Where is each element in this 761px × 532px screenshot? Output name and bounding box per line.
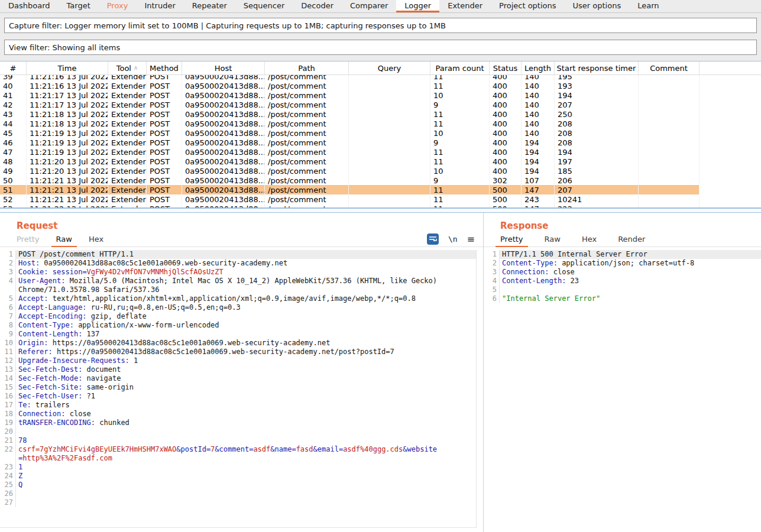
col-header-status[interactable]: Status xyxy=(490,61,522,74)
line-number: 16 xyxy=(0,392,15,401)
line-number: 24 xyxy=(0,472,15,481)
table-row-42[interactable]: 4211:21:17 13 Jul 2022ExtenderPOST0a9500… xyxy=(0,100,700,109)
request-editor[interactable]: 1POST /post/comment HTTP/1.12Host: 0a950… xyxy=(0,250,477,528)
table-row-53[interactable]: 5311:21:22 13 Jul 2022ExtenderPOST0a9500… xyxy=(0,204,700,207)
table-row-47[interactable]: 4711:21:19 13 Jul 2022ExtenderPOST0a9500… xyxy=(0,147,700,157)
line-number: 8 xyxy=(0,321,15,330)
tab-sequencer[interactable]: Sequencer xyxy=(235,0,293,12)
col-header-tool[interactable]: Tool∧ xyxy=(108,61,147,74)
newline-toggle-icon[interactable]: \n xyxy=(448,235,458,244)
table-row-46[interactable]: 4611:21:19 13 Jul 2022ExtenderPOST0a9500… xyxy=(0,138,700,147)
col-header-num[interactable]: # xyxy=(0,61,27,74)
tab-target[interactable]: Target xyxy=(59,0,99,12)
tab-comparer[interactable]: Comparer xyxy=(342,0,396,12)
cell-start-response-timer: 194 xyxy=(555,147,639,157)
line-number: 9 xyxy=(0,330,15,339)
cell-num: 47 xyxy=(0,147,27,157)
col-header-length[interactable]: Length xyxy=(522,61,555,74)
cell-length: 147 xyxy=(522,204,555,207)
tab-raw[interactable]: Raw xyxy=(540,233,565,247)
tab-project-options[interactable]: Project options xyxy=(491,0,565,12)
cell-path: /post/comment xyxy=(265,100,349,109)
table-row-40[interactable]: 4011:21:16 13 Jul 2022ExtenderPOST0a9500… xyxy=(0,81,700,90)
code-line: 17Te: trailers xyxy=(0,401,476,410)
tab-pretty[interactable]: Pretty xyxy=(496,233,528,247)
cell-param-count: 11 xyxy=(430,119,490,128)
cell-tool: Extender xyxy=(108,176,147,185)
table-row-51[interactable]: 5111:21:21 13 Jul 2022ExtenderPOST0a9500… xyxy=(0,185,700,194)
view-filter-text: View filter: Showing all items xyxy=(9,43,120,52)
cell-length: 140 xyxy=(522,81,555,90)
table-row-49[interactable]: 4911:21:20 13 Jul 2022ExtenderPOST0a9500… xyxy=(0,166,700,176)
cell-status: 400 xyxy=(490,81,522,90)
cell-comment xyxy=(639,100,700,109)
col-header-host[interactable]: Host xyxy=(182,61,265,74)
split-divider[interactable] xyxy=(0,208,761,213)
cell-length: 147 xyxy=(522,185,555,194)
tab-logger[interactable]: Logger xyxy=(396,0,439,12)
editor-menu-icon[interactable]: ≡ xyxy=(467,233,475,245)
cell-path: /post/comment xyxy=(265,166,349,176)
tab-dashboard[interactable]: Dashboard xyxy=(0,0,59,12)
tab-extender[interactable]: Extender xyxy=(439,0,491,12)
cell-method: POST xyxy=(147,109,182,119)
cell-method: POST xyxy=(147,147,182,157)
col-header-start-response-timer[interactable]: Start response timer xyxy=(555,61,639,74)
line-content: csrf=7gYzhMCiFvi4gBEyUEEk7HmHSHM7xWAO&po… xyxy=(15,445,476,463)
col-header-filler xyxy=(700,61,761,74)
table-row-44[interactable]: 4411:21:18 13 Jul 2022ExtenderPOST0a9500… xyxy=(0,119,700,128)
cell-time: 11:21:21 13 Jul 2022 xyxy=(27,194,108,204)
tab-learn[interactable]: Learn xyxy=(629,0,667,12)
code-line: 16Sec-Fetch-User: ?1 xyxy=(0,392,476,401)
col-label: Param count xyxy=(435,64,484,73)
col-header-method[interactable]: Method xyxy=(147,61,182,74)
cell-query xyxy=(349,81,430,90)
tab-pretty[interactable]: Pretty xyxy=(12,233,44,247)
tab-raw[interactable]: Raw xyxy=(51,233,77,247)
cell-tool: Extender xyxy=(108,204,147,207)
line-number: 17 xyxy=(0,401,15,410)
tab-hex[interactable]: Hex xyxy=(577,233,601,247)
table-row-43[interactable]: 4311:21:18 13 Jul 2022ExtenderPOST0a9500… xyxy=(0,109,700,119)
cell-num: 43 xyxy=(0,109,27,119)
col-label: Start response timer xyxy=(557,64,636,73)
code-line: 4Content-Length: 23 xyxy=(484,277,761,286)
message-editors: Request PrettyRawHex \n ≡ 1POST /post/co… xyxy=(0,213,761,532)
tab-hex[interactable]: Hex xyxy=(84,233,108,247)
table-row-45[interactable]: 4511:21:19 13 Jul 2022ExtenderPOST0a9500… xyxy=(0,128,700,138)
cell-param-count: 10 xyxy=(430,128,490,138)
col-header-comment[interactable]: Comment xyxy=(639,61,700,74)
tab-decoder[interactable]: Decoder xyxy=(293,0,342,12)
table-row-50[interactable]: 5011:21:21 13 Jul 2022ExtenderPOST0a9500… xyxy=(0,176,700,185)
table-row-48[interactable]: 4811:21:20 13 Jul 2022ExtenderPOST0a9500… xyxy=(0,157,700,166)
view-filter-bar[interactable]: View filter: Showing all items xyxy=(4,40,757,55)
cell-query xyxy=(349,128,430,138)
col-header-time[interactable]: Time xyxy=(27,61,108,74)
table-row-52[interactable]: 5211:21:21 13 Jul 2022ExtenderPOST0a9500… xyxy=(0,194,700,204)
col-header-query[interactable]: Query xyxy=(349,61,430,74)
table-row-39[interactable]: 3911:21:16 13 Jul 2022ExtenderPOST0a9500… xyxy=(0,75,700,81)
tab-render[interactable]: Render xyxy=(613,233,650,247)
line-number: 23 xyxy=(0,463,15,472)
line-content xyxy=(15,489,476,498)
line-number: 20 xyxy=(0,427,15,436)
col-header-param-count[interactable]: Param count xyxy=(430,61,490,74)
tab-repeater[interactable]: Repeater xyxy=(184,0,235,12)
tab-intruder[interactable]: Intruder xyxy=(136,0,183,12)
tab-user-options[interactable]: User options xyxy=(565,0,630,12)
cell-host: 0a9500020413d88... xyxy=(182,109,265,119)
cell-method: POST xyxy=(147,75,182,81)
cell-tool: Extender xyxy=(108,147,147,157)
code-line: 1HTTP/1.1 500 Internal Server Error xyxy=(484,250,761,259)
cell-status: 400 xyxy=(490,75,522,81)
code-line: 5 xyxy=(484,286,761,294)
cell-comment xyxy=(639,138,700,147)
cell-tool: Extender xyxy=(108,100,147,109)
capture-filter-bar[interactable]: Capture filter: Logger memory limit set … xyxy=(4,18,757,33)
word-wrap-icon[interactable] xyxy=(427,233,439,245)
code-line: 8Content-Type: application/x-www-form-ur… xyxy=(0,321,476,330)
col-header-path[interactable]: Path xyxy=(265,61,349,74)
tab-proxy[interactable]: Proxy xyxy=(99,0,137,12)
response-editor[interactable]: 1HTTP/1.1 500 Internal Server Error2Cont… xyxy=(484,250,761,303)
table-row-41[interactable]: 4111:21:17 13 Jul 2022ExtenderPOST0a9500… xyxy=(0,90,700,100)
